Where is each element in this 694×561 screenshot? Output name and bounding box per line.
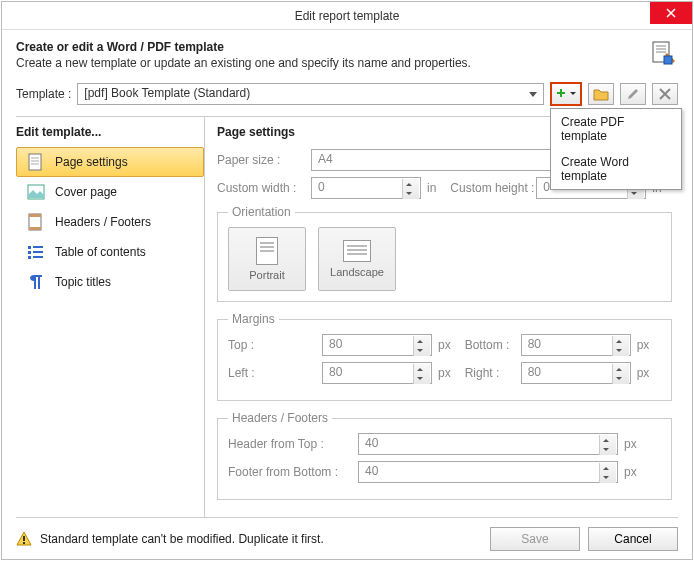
- left-label: Left :: [228, 366, 322, 380]
- sidebar: Edit template... Page settings Cover pag…: [16, 116, 204, 517]
- portrait-button[interactable]: Portrait: [228, 227, 306, 291]
- footer: Standard template can't be modified. Dup…: [16, 517, 678, 559]
- titlebar: Edit report template: [2, 2, 692, 30]
- close-button[interactable]: [650, 2, 692, 24]
- nav-cover-page[interactable]: Cover page: [16, 177, 204, 207]
- dialog-window: Edit report template Create or edit a Wo…: [1, 1, 693, 560]
- svg-rect-1: [664, 56, 672, 64]
- svg-rect-8: [28, 251, 31, 254]
- svg-rect-6: [29, 227, 41, 230]
- custom-width-label: Custom width :: [217, 181, 311, 195]
- landscape-button[interactable]: Landscape: [318, 227, 396, 291]
- nav-label: Page settings: [55, 155, 128, 169]
- template-row: Template : [pdf] Book Template (Standard…: [2, 76, 692, 116]
- unit-in: in: [427, 181, 436, 195]
- window-title: Edit report template: [2, 9, 692, 23]
- image-icon: [27, 183, 45, 201]
- header-doc-icon: [648, 40, 678, 70]
- nav-headers-footers[interactable]: Headers / Footers: [16, 207, 204, 237]
- svg-rect-10: [23, 536, 25, 541]
- orientation-group: Orientation Portrait Landscape: [217, 205, 672, 302]
- custom-height-label: Custom height :: [436, 181, 536, 195]
- save-button[interactable]: Save: [490, 527, 580, 551]
- template-value: [pdf] Book Template (Standard): [84, 86, 250, 100]
- ffb-label: Footer from Bottom :: [228, 465, 358, 479]
- header-subtitle: Create a new template or update an exist…: [16, 56, 648, 70]
- hf-group: Headers / Footers Header from Top : 40 p…: [217, 411, 672, 500]
- x-icon: [659, 88, 671, 100]
- create-pdf-item[interactable]: Create PDF template: [551, 109, 681, 149]
- margins-legend: Margins: [228, 312, 279, 326]
- warning-icon: [16, 531, 32, 547]
- template-label: Template :: [16, 87, 71, 101]
- hf-legend: Headers / Footers: [228, 411, 332, 425]
- sidebar-title: Edit template...: [16, 125, 204, 139]
- nav-topic-titles[interactable]: Topic titles: [16, 267, 204, 297]
- paper-size-label: Paper size :: [217, 153, 311, 167]
- left-input[interactable]: 80: [322, 362, 432, 384]
- margins-group: Margins Top : 80 px Bottom : 80 px Left …: [217, 312, 672, 401]
- pencil-icon: [626, 87, 640, 101]
- nav-label: Table of contents: [55, 245, 146, 259]
- nav-page-settings[interactable]: Page settings: [16, 147, 204, 177]
- top-input[interactable]: 80: [322, 334, 432, 356]
- header-title: Create or edit a Word / PDF template: [16, 40, 648, 54]
- paragraph-icon: [27, 273, 45, 291]
- custom-width-input[interactable]: 0: [311, 177, 421, 199]
- footer-warning: Standard template can't be modified. Dup…: [40, 532, 482, 546]
- template-select[interactable]: [pdf] Book Template (Standard): [77, 83, 544, 105]
- svg-rect-7: [28, 246, 31, 249]
- plus-icon: [556, 88, 570, 100]
- header-footer-icon: [27, 213, 45, 231]
- portrait-icon: [256, 237, 278, 265]
- nav-label: Cover page: [55, 185, 117, 199]
- close-icon: [666, 8, 676, 18]
- folder-icon: [593, 87, 609, 101]
- bottom-label: Bottom :: [451, 338, 521, 352]
- landscape-icon: [343, 240, 371, 262]
- new-template-button[interactable]: [550, 82, 582, 106]
- right-input[interactable]: 80: [521, 362, 631, 384]
- hft-label: Header from Top :: [228, 437, 358, 451]
- ffb-input[interactable]: 40: [358, 461, 618, 483]
- bottom-input[interactable]: 80: [521, 334, 631, 356]
- create-word-item[interactable]: Create Word template: [551, 149, 681, 189]
- page-icon: [27, 153, 45, 171]
- nav-label: Topic titles: [55, 275, 111, 289]
- chevron-down-icon: [570, 88, 576, 100]
- right-label: Right :: [451, 366, 521, 380]
- list-icon: [27, 243, 45, 261]
- svg-rect-11: [23, 542, 25, 544]
- nav-toc[interactable]: Table of contents: [16, 237, 204, 267]
- orientation-legend: Orientation: [228, 205, 295, 219]
- top-label: Top :: [228, 338, 322, 352]
- svg-rect-2: [29, 154, 41, 170]
- svg-rect-9: [28, 256, 31, 259]
- open-button[interactable]: [588, 83, 614, 105]
- hft-input[interactable]: 40: [358, 433, 618, 455]
- cancel-button[interactable]: Cancel: [588, 527, 678, 551]
- svg-rect-5: [29, 214, 41, 217]
- nav-label: Headers / Footers: [55, 215, 151, 229]
- edit-button[interactable]: [620, 83, 646, 105]
- header: Create or edit a Word / PDF template Cre…: [2, 30, 692, 76]
- new-template-dropdown: Create PDF template Create Word template: [550, 108, 682, 190]
- delete-button[interactable]: [652, 83, 678, 105]
